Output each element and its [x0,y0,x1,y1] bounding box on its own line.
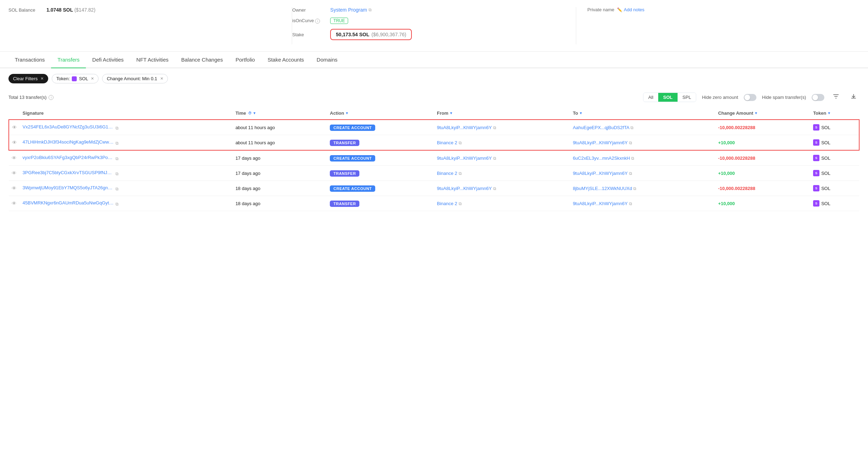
to-address-link[interactable]: 8jbuMYjSLE...12XWkNUUXd [573,186,632,191]
from-address-link[interactable]: 9tuA8LkyiP...KhWYjamn6Y [437,125,492,130]
token-name: SOL [821,125,830,130]
transfers-table-wrap: Signature Time ⏱ ▼ Action ▼ [0,107,868,211]
signature-link[interactable]: 45BVMRKNgxr6nGAUmRDua5uNwGqGytgyfqLndx..… [23,200,114,205]
row-eye-icon[interactable]: 👁 [12,170,17,176]
spl-btn[interactable]: SPL [678,93,696,102]
to-copy-icon[interactable]: ⧉ [629,201,632,206]
download-icon-btn[interactable] [848,92,860,103]
table-row: 👁 3WpmwtjUMoy91EbY7MQS5o6yJTA26gnQKsS7V.… [9,181,859,196]
from-address-link[interactable]: Binance 2 [437,171,457,176]
copy-icon[interactable]: ⧉ [369,7,372,12]
action-badge: TRANSFER [330,170,359,177]
table-row: 👁 vyxrP2oBkiu6SYAFg3xgQbP24rRwPk3PoKgqQr… [9,150,859,166]
token-filter-chip[interactable]: Token: SOL ✕ [52,74,99,83]
hide-spam-toggle[interactable] [812,94,824,101]
owner-label: Owner [292,7,327,13]
change-amount-filter-chip[interactable]: Change Amount: Min 0.1 ✕ [102,74,168,83]
filter-icon-btn[interactable] [830,92,842,103]
to-copy-icon[interactable]: ⧉ [630,125,634,130]
from-copy-icon[interactable]: ⧉ [493,125,496,130]
tab-transfers[interactable]: Transfers [51,52,86,68]
to-copy-icon[interactable]: ⧉ [633,186,636,191]
to-address-link[interactable]: 9tuA8LkyiP...KhWYjamn6Y [573,140,628,145]
from-address-link[interactable]: Binance 2 [437,201,457,206]
time-cell: about 11 hours ago [233,120,327,135]
row-eye-icon[interactable]: 👁 [12,201,17,206]
signature-link[interactable]: 3WpmwtjUMoy91EbY7MQS5o6yJTA26gnQKsS7V... [23,185,114,190]
from-cell: 9tuA8LkyiP...KhWYjamn6Y ⧉ [434,120,570,135]
tab-transactions[interactable]: Transactions [8,52,51,68]
sol-btn[interactable]: SOL [658,93,678,102]
clear-filters-x-icon[interactable]: ✕ [40,76,44,81]
col-action: Action ▼ [327,107,434,120]
col-to: To ▼ [570,107,715,120]
to-address-link[interactable]: 9tuA8LkyiP...KhWYjamn6Y [573,171,628,176]
token-display: S SOL [813,155,856,161]
row-eye-icon[interactable]: 👁 [12,155,17,161]
from-copy-icon[interactable]: ⧉ [459,201,462,206]
time-cell: 18 days ago [233,196,327,211]
sig-copy-icon[interactable]: ⧉ [115,156,119,161]
to-copy-icon[interactable]: ⧉ [631,156,634,161]
tab-stake[interactable]: Stake Accounts [261,52,310,68]
signature-link[interactable]: 3PGRee3bj7C5btyCGxkXrvTSGUSP9fNJa6aviiUG… [23,170,114,175]
action-badge: TRANSFER [330,201,359,207]
table-row: 👁 3PGRee3bj7C5btyCGxkXrvTSGUSP9fNJa6avii… [9,166,859,181]
from-filter-icon[interactable]: ▼ [449,111,453,115]
from-copy-icon[interactable]: ⧉ [459,171,462,176]
from-address-link[interactable]: Binance 2 [437,140,457,145]
row-eye-icon[interactable]: 👁 [12,140,17,145]
token-icon: S [813,139,819,146]
to-filter-icon[interactable]: ▼ [579,111,583,115]
to-address-link[interactable]: 6uC2xEL3yv...mnA2SkxnkH [573,156,630,161]
change-amount-filter-x-icon[interactable]: ✕ [160,76,163,81]
from-copy-icon[interactable]: ⧉ [459,140,462,145]
action-filter-icon[interactable]: ▼ [345,111,349,115]
to-copy-icon[interactable]: ⧉ [629,171,632,176]
tab-portfolio[interactable]: Portfolio [229,52,261,68]
action-cell: CREATE ACCOUNT [327,150,434,166]
row-eye-icon[interactable]: 👁 [12,185,17,191]
time-cell: 18 days ago [233,181,327,196]
change-amount-filter-col-icon[interactable]: ▼ [754,111,758,115]
signature-link[interactable]: vyxrP2oBkiu6SYAFg3xgQbP24rRwPk3PoKgqQrjt… [23,155,114,160]
change-amount-cell: +10,000 [715,196,810,211]
tab-nft[interactable]: NFT Activities [130,52,175,68]
sig-copy-icon[interactable]: ⧉ [115,141,119,146]
signature-link[interactable]: Vx2S4FEL6x3AuDe8GYNcfZg3uSU3i6G1yCzWm5d.… [23,124,114,129]
all-btn[interactable]: All [643,93,658,102]
owner-link[interactable]: System Program ⧉ [330,7,371,13]
hide-zero-toggle[interactable] [744,94,756,101]
token-cell: S SOL [810,135,859,151]
token-filter-x-icon[interactable]: ✕ [91,76,94,81]
time-sort-icon[interactable]: ⏱ [248,111,252,115]
from-copy-icon[interactable]: ⧉ [493,186,496,191]
change-amount-value: +10,000 [718,201,735,206]
to-address-link[interactable]: AahuEgeEPX...qjBuDS2fTA [573,125,629,130]
token-filter-col-icon[interactable]: ▼ [827,111,831,115]
add-notes-btn[interactable]: ✏️ Add notes [617,7,644,12]
action-badge: CREATE ACCOUNT [330,155,375,162]
sig-copy-icon[interactable]: ⧉ [115,202,119,207]
tab-balance-changes[interactable]: Balance Changes [175,52,229,68]
token-name: SOL [821,171,830,176]
isoncurve-info-icon[interactable]: i [315,19,320,24]
row-eye-icon[interactable]: 👁 [12,125,17,130]
tab-domains[interactable]: Domains [310,52,344,68]
signature-link[interactable]: 47LHiHmkDJH3f34sociNgKag9eMdZjCwwVj3wgS.… [23,139,114,145]
token-icon: S [813,185,819,191]
sig-copy-icon[interactable]: ⧉ [115,186,119,191]
col-time: Time ⏱ ▼ [233,107,327,120]
clear-filters-btn[interactable]: Clear Filters ✕ [8,74,48,83]
tab-defi[interactable]: Defi Activities [86,52,130,68]
sig-copy-icon[interactable]: ⧉ [115,126,119,131]
total-info-icon[interactable]: i [49,95,54,100]
sig-copy-icon[interactable]: ⧉ [115,171,119,176]
from-address-link[interactable]: 9tuA8LkyiP...KhWYjamn6Y [437,156,492,161]
time-filter-icon[interactable]: ▼ [253,111,256,115]
col-change-amount: Change Amount ▼ [715,107,810,120]
from-address-link[interactable]: 9tuA8LkyiP...KhWYjamn6Y [437,186,492,191]
to-address-link[interactable]: 9tuA8LkyiP...KhWYjamn6Y [573,201,628,206]
to-copy-icon[interactable]: ⧉ [629,140,632,145]
from-copy-icon[interactable]: ⧉ [493,156,496,161]
